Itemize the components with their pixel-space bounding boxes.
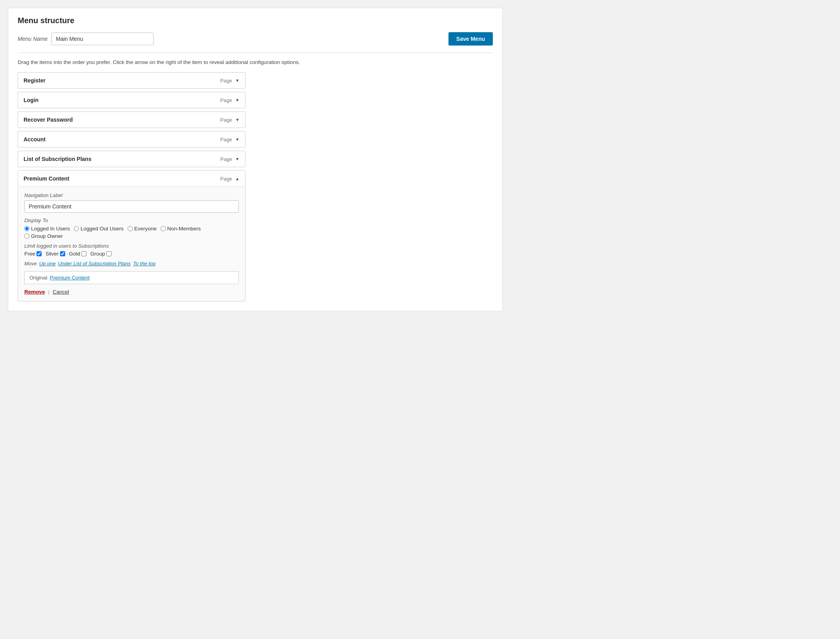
checkbox-silver[interactable]: Silver (46, 251, 65, 257)
instructions-text: Drag the items into the order you prefer… (18, 59, 493, 65)
radio-logged-in[interactable]: Logged In Users (24, 226, 70, 232)
menu-item-recover-password-header[interactable]: Recover Password Page ▼ (18, 112, 245, 128)
menu-item-register-right: Page ▼ (220, 78, 240, 84)
move-label: Move (24, 261, 37, 267)
menu-item-subscription-plans-right: Page ▼ (220, 156, 240, 162)
radio-everyone[interactable]: Everyone (128, 226, 157, 232)
menu-item-premium-content: Premium Content Page ▲ Navigation Label … (18, 170, 245, 301)
menu-item-premium-content-title: Premium Content (24, 175, 70, 182)
radio-non-members-input[interactable] (161, 226, 166, 231)
menu-item-login-header[interactable]: Login Page ▼ (18, 92, 245, 108)
menu-item-recover-password: Recover Password Page ▼ (18, 111, 245, 128)
move-section: Move Up one Under List of Subscription P… (24, 261, 239, 267)
chevron-down-icon: ▼ (235, 157, 240, 161)
menu-item-premium-content-type: Page (220, 176, 232, 182)
menu-item-subscription-plans: List of Subscription Plans Page ▼ (18, 151, 245, 167)
menu-name-left: Menu Name (18, 33, 154, 45)
menu-item-login-type: Page (220, 97, 232, 103)
menu-item-login-right: Page ▼ (220, 97, 240, 103)
chevron-down-icon: ▼ (235, 137, 240, 142)
menu-name-row: Menu Name Save Menu (18, 32, 493, 53)
radio-everyone-input[interactable] (128, 226, 133, 231)
menu-name-input[interactable] (51, 33, 154, 45)
checkbox-silver-label: Silver (46, 251, 59, 257)
radio-group-owner[interactable]: Group Owner (24, 233, 63, 239)
menu-item-register-title: Register (24, 77, 46, 84)
checkbox-free-label: Free (24, 251, 35, 257)
menu-item-account: Account Page ▼ (18, 131, 245, 148)
original-box: Original: Premium Content (24, 271, 239, 284)
chevron-down-icon: ▼ (235, 117, 240, 122)
menu-item-login: Login Page ▼ (18, 92, 245, 108)
original-link[interactable]: Premium Content (50, 275, 90, 281)
checkbox-gold-label: Gold (69, 251, 81, 257)
radio-group-owner-input[interactable] (24, 234, 29, 239)
checkbox-free[interactable]: Free (24, 251, 42, 257)
menu-item-recover-password-type: Page (220, 117, 232, 123)
display-to-radio-group: Logged In Users Logged Out Users Everyon… (24, 226, 239, 239)
move-up-one-link[interactable]: Up one (39, 261, 56, 267)
menu-item-premium-content-right: Page ▲ (220, 176, 240, 182)
nav-label-input[interactable] (24, 200, 239, 213)
chevron-down-icon: ▼ (235, 78, 240, 83)
save-menu-button[interactable]: Save Menu (448, 32, 493, 46)
actions-row: Remove | Cancel (24, 289, 239, 295)
menu-item-account-title: Account (24, 136, 46, 142)
radio-logged-out-label: Logged Out Users (81, 226, 124, 232)
checkbox-group-input[interactable] (106, 251, 112, 256)
cancel-link[interactable]: Cancel (53, 289, 69, 295)
checkbox-silver-input[interactable] (60, 251, 65, 256)
premium-content-expanded-panel: Navigation Label Display To Logged In Us… (18, 186, 245, 301)
chevron-up-icon: ▲ (235, 176, 240, 181)
checkbox-gold-input[interactable] (81, 251, 86, 256)
radio-non-members[interactable]: Non-Members (161, 226, 201, 232)
radio-non-members-label: Non-Members (167, 226, 201, 232)
move-under-list-link[interactable]: Under List of Subscription Plans (58, 261, 131, 267)
menu-item-subscription-plans-type: Page (220, 156, 232, 162)
menu-item-register: Register Page ▼ (18, 72, 245, 89)
subscription-limit-label: Limit logged in users to Subscriptions (24, 243, 239, 249)
menu-item-premium-content-header[interactable]: Premium Content Page ▲ (18, 171, 245, 186)
original-label: Original: (29, 275, 50, 281)
move-to-top-link[interactable]: To the top (133, 261, 156, 267)
display-to-label: Display To (24, 217, 239, 223)
menu-item-register-type: Page (220, 78, 232, 84)
menu-items-list: Register Page ▼ Login Page ▼ (18, 72, 245, 301)
radio-logged-out[interactable]: Logged Out Users (74, 226, 124, 232)
display-to-section: Display To Logged In Users Logged Out Us… (24, 217, 239, 239)
subscription-checkbox-group: Free Silver Gold (24, 251, 239, 257)
nav-label-field-label: Navigation Label (24, 192, 239, 198)
menu-item-subscription-plans-header[interactable]: List of Subscription Plans Page ▼ (18, 151, 245, 167)
pipe-separator: | (48, 289, 50, 295)
subscriptions-section: Limit logged in users to Subscriptions F… (24, 243, 239, 257)
radio-logged-in-label: Logged In Users (31, 226, 70, 232)
checkbox-free-input[interactable] (37, 251, 42, 256)
menu-item-account-type: Page (220, 137, 232, 142)
menu-item-register-header[interactable]: Register Page ▼ (18, 73, 245, 88)
radio-everyone-label: Everyone (134, 226, 157, 232)
menu-name-label: Menu Name (18, 36, 48, 42)
checkbox-gold[interactable]: Gold (69, 251, 87, 257)
chevron-down-icon: ▼ (235, 98, 240, 102)
menu-item-login-title: Login (24, 97, 38, 103)
menu-item-recover-password-right: Page ▼ (220, 117, 240, 123)
menu-item-account-right: Page ▼ (220, 137, 240, 142)
checkbox-group[interactable]: Group (90, 251, 112, 257)
radio-group-owner-label: Group Owner (31, 233, 63, 239)
remove-link[interactable]: Remove (24, 289, 45, 295)
checkbox-group-label: Group (90, 251, 105, 257)
page-title: Menu structure (18, 16, 493, 25)
menu-item-account-header[interactable]: Account Page ▼ (18, 131, 245, 147)
menu-item-subscription-plans-title: List of Subscription Plans (24, 156, 92, 162)
radio-logged-out-input[interactable] (74, 226, 79, 231)
menu-item-recover-password-title: Recover Password (24, 117, 73, 123)
radio-logged-in-input[interactable] (24, 226, 29, 231)
